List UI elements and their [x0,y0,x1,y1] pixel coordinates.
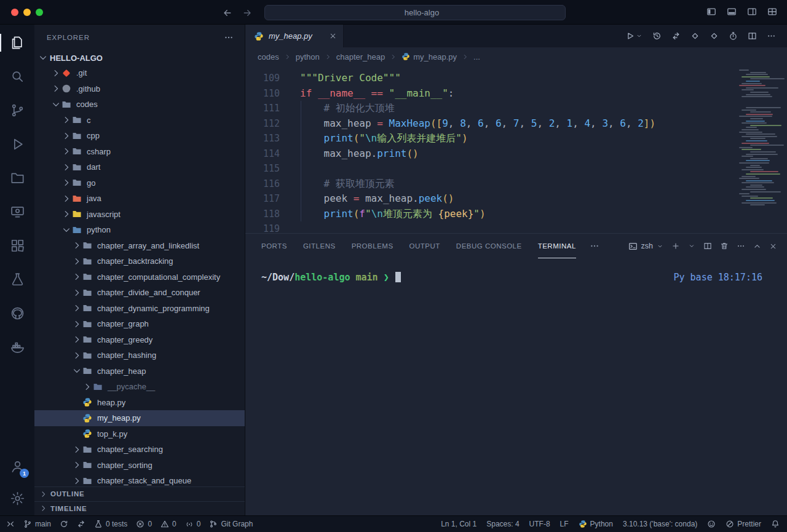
activity-settings[interactable] [0,482,34,514]
tree-item-c[interactable]: c [34,113,245,129]
next-change-button[interactable] [710,31,719,41]
status-prettier[interactable]: Prettier [726,520,761,528]
history-button[interactable] [652,31,662,41]
close-panel-button[interactable] [769,242,777,250]
status-errors[interactable]: 0 [136,520,152,528]
toggle-secondary-sidebar-button[interactable] [747,7,757,17]
terminal-launch-dropdown[interactable] [688,242,695,250]
breadcrumb-my-heap-py[interactable]: my_heap.py [401,52,457,62]
status-gitlens-compare[interactable] [77,520,85,528]
tree-item-chapter-heap[interactable]: chapter_heap [34,363,245,379]
status-python-interpreter[interactable]: 3.10.13 ('base': conda) [623,520,697,528]
breadcrumb-python[interactable]: python [296,52,320,62]
back-button[interactable] [223,7,232,18]
status-git-graph[interactable]: Git Graph [209,520,253,528]
split-terminal-button[interactable] [703,242,712,250]
panel-tab-output[interactable]: OUTPUT [409,234,440,258]
status-ports[interactable]: 0 [185,520,201,528]
tree-item-github[interactable]: .github [34,81,245,97]
tree-item-chapter-array-and-linkedlist[interactable]: chapter_array_and_linkedlist [34,238,245,254]
activity-remote-explorer[interactable] [0,195,34,229]
tree-item-git[interactable]: .git [34,65,245,81]
breadcrumb-chapter-heap[interactable]: chapter_heap [336,52,386,62]
forward-button[interactable] [242,7,252,18]
kill-terminal-button[interactable] [720,242,729,250]
activity-project-folder[interactable] [0,161,34,195]
toggle-panel-button[interactable] [727,7,737,17]
tree-item-go[interactable]: go [34,175,245,191]
status-remote-indicator[interactable] [6,520,15,528]
terminal-more-actions[interactable] [737,242,745,250]
new-terminal-button[interactable] [671,242,680,250]
tab-my-heap-py[interactable]: my_heap.py [245,25,344,47]
activity-source-control[interactable] [0,93,34,127]
activity-docker[interactable] [0,330,34,364]
tree-item-chapter-greedy[interactable]: chapter_greedy [34,332,245,348]
tree-item-chapter-graph[interactable]: chapter_graph [34,316,245,332]
tree-item-my-heap-py[interactable]: my_heap.py [34,410,245,426]
panel-tab-problems[interactable]: PROBLEMS [352,234,394,258]
status-eol[interactable]: LF [560,520,569,528]
activity-extensions[interactable] [0,229,34,263]
section-timeline[interactable]: TIMELINE [34,501,245,516]
tree-item-chapter-divide-and-conquer[interactable]: chapter_divide_and_conquer [34,285,245,301]
tree-item-codes[interactable]: codes [34,97,245,113]
status-indentation[interactable]: Spaces: 4 [486,520,519,528]
tab-close-icon[interactable] [329,32,337,40]
shell-selector[interactable]: zsh [628,242,663,251]
status-warnings[interactable]: 0 [160,520,176,528]
tree-item-javascript[interactable]: javascript [34,207,245,223]
zoom-traffic-light[interactable] [36,9,43,16]
open-changes-button[interactable] [671,31,681,41]
tree-item-python[interactable]: python [34,222,245,238]
toggle-primary-sidebar-button[interactable] [706,7,716,17]
run-button[interactable] [625,31,643,41]
status-sync-changes[interactable] [60,520,68,528]
code-editor[interactable]: 109"""Driver Code"""110if __name__ == "_… [245,66,787,233]
tree-item-csharp[interactable]: csharp [34,144,245,160]
tree-item-chapter-sorting[interactable]: chapter_sorting [34,458,245,474]
section-outline[interactable]: OUTLINE [34,486,245,501]
tree-item-chapter-backtracking[interactable]: chapter_backtracking [34,253,245,269]
activity-explorer[interactable] [0,26,34,60]
command-center-search[interactable]: hello-algo [264,5,566,20]
tree-item-top-k-py[interactable]: top_k.py [34,426,245,442]
tree-item-chapter-dynamic-programming[interactable]: chapter_dynamic_programming [34,301,245,317]
activity-search[interactable] [0,60,34,93]
activity-accounts[interactable]: 1 [0,450,34,482]
tree-item-chapter-hashing[interactable]: chapter_hashing [34,347,245,363]
minimize-traffic-light[interactable] [23,9,31,16]
activity-github[interactable] [0,296,34,330]
close-traffic-light[interactable] [11,9,18,16]
tree-item-cpp[interactable]: cpp [34,128,245,144]
activity-run-debug[interactable] [0,127,34,161]
tree-root-hello-algo[interactable]: HELLO-ALGO [34,50,245,65]
panel-tab-debug-console[interactable]: DEBUG CONSOLE [456,234,522,258]
tree-item-heap-py[interactable]: heap.py [34,395,245,411]
more-actions-button[interactable] [767,31,776,41]
minimap[interactable] [738,69,777,207]
status-language-mode[interactable]: Python [579,520,613,528]
tree-item-chapter-stack-and-queue[interactable]: chapter_stack_and_queue [34,473,245,486]
terminal[interactable]: ~/Dow/hello-algo main ❯ Py base 18:17:16 [245,258,787,515]
panel-tab-terminal[interactable]: TERMINAL [538,234,576,258]
panel-tab-ports[interactable]: PORTS [261,234,287,258]
maximize-panel-button[interactable] [753,242,761,250]
panel-tab-gitlens[interactable]: GITLENS [303,234,336,258]
tree-item-dart[interactable]: dart [34,159,245,175]
customize-layout-button[interactable] [767,7,777,17]
status-git-branch[interactable]: main [23,520,51,528]
breadcrumb-codes[interactable]: codes [258,52,279,62]
activity-testing[interactable] [0,263,34,296]
tree-item-chapter-computational-complexity[interactable]: chapter_computational_complexity [34,269,245,285]
status-cursor-position[interactable]: Ln 1, Col 1 [441,520,477,528]
tree-item-chapter-searching[interactable]: chapter_searching [34,442,245,458]
status-tests[interactable]: 0 tests [94,520,127,528]
status-encoding[interactable]: UTF-8 [529,520,550,528]
stopwatch-button[interactable] [729,31,738,41]
previous-change-button[interactable] [690,31,700,41]
explorer-more-actions[interactable] [224,33,234,42]
split-editor-button[interactable] [748,31,757,41]
breadcrumb-[interactable]: ... [473,52,480,62]
tree-item-java[interactable]: java [34,191,245,207]
